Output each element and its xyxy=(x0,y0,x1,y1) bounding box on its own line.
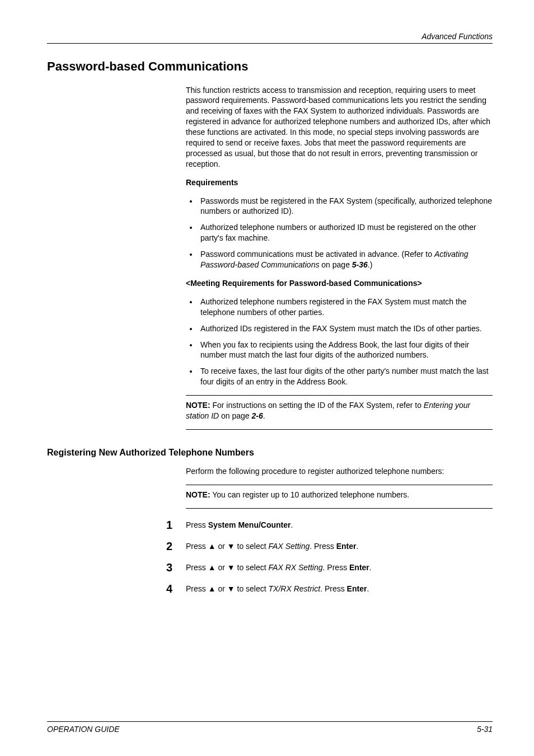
body-column: Perform the following procedure to regis… xyxy=(186,466,493,509)
list-item: When you fax to recipients using the Add… xyxy=(198,340,493,361)
intro-paragraph: This function restricts access to transm… xyxy=(186,85,493,170)
running-head: Advanced Functions xyxy=(47,31,493,42)
body-column: This function restricts access to transm… xyxy=(186,85,493,430)
list-item: To receive faxes, the last four digits o… xyxy=(198,366,493,387)
text-run: Password communications must be activate… xyxy=(200,250,434,259)
text-run: . xyxy=(356,542,358,551)
meeting-heading: <Meeting Requirements for Password-based… xyxy=(186,278,493,289)
step-text: Press ▲ or ▼ to select TX/RX Restrict. P… xyxy=(186,583,493,594)
list-item: Authorized telephone numbers registered … xyxy=(198,297,493,318)
step-number: 2 xyxy=(47,540,186,552)
text-run: . xyxy=(291,520,293,529)
note-label: NOTE: xyxy=(186,490,210,499)
italic-text: FAX Setting xyxy=(269,542,310,551)
text-run: For instructions on setting the ID of th… xyxy=(210,401,424,410)
note-rule-top xyxy=(186,485,493,485)
note-label: NOTE: xyxy=(186,401,210,410)
text-run: . xyxy=(369,563,372,572)
note-text: NOTE: For instructions on setting the ID… xyxy=(186,400,493,421)
italic-text: FAX RX Setting xyxy=(269,563,323,572)
page-number: 5-31 xyxy=(477,724,493,735)
page-ref: 5-36 xyxy=(352,260,368,269)
meeting-list: Authorized telephone numbers registered … xyxy=(186,297,493,387)
text-run: . Press xyxy=(320,584,346,593)
italic-text: TX/RX Restrict xyxy=(269,584,321,593)
text-run: Press ▲ or ▼ to select xyxy=(186,563,269,572)
footer-left: OPERATION GUIDE xyxy=(47,724,120,735)
bold-text: System Menu/Counter xyxy=(208,520,291,529)
step-number: 4 xyxy=(47,583,186,595)
section-title: Password-based Communications xyxy=(47,58,493,75)
page: Advanced Functions Password-based Commun… xyxy=(0,0,534,756)
step-number: 1 xyxy=(47,519,186,531)
list-item: Authorized telephone numbers or authoriz… xyxy=(198,222,493,243)
step-text: Press System Menu/Counter. xyxy=(186,519,493,530)
text-run: .) xyxy=(368,260,373,269)
text-run: You can register up to 10 authorized tel… xyxy=(210,490,410,499)
page-footer: OPERATION GUIDE 5-31 xyxy=(47,721,493,735)
list-item: Authorized IDs registered in the FAX Sys… xyxy=(198,323,493,334)
list-item: Password communications must be activate… xyxy=(198,249,493,270)
bold-text: Enter xyxy=(336,542,357,551)
note-text: NOTE: You can register up to 10 authoriz… xyxy=(186,490,493,500)
step-text: Press ▲ or ▼ to select FAX Setting. Pres… xyxy=(186,540,493,552)
text-run: on page xyxy=(319,260,352,269)
list-item: Passwords must be registered in the FAX … xyxy=(198,196,493,217)
note-rule-top xyxy=(186,395,493,396)
step-row: 4 Press ▲ or ▼ to select TX/RX Restrict.… xyxy=(47,583,493,595)
footer-rule xyxy=(47,721,493,722)
note-block: NOTE: You can register up to 10 authoriz… xyxy=(186,485,493,509)
text-run: . Press xyxy=(310,542,336,551)
step-number: 3 xyxy=(47,561,186,574)
requirements-heading: Requirements xyxy=(186,177,493,188)
step-row: 3 Press ▲ or ▼ to select FAX RX Setting.… xyxy=(47,561,493,574)
note-rule-bottom xyxy=(186,429,493,430)
text-run: on page xyxy=(219,411,251,420)
step-row: 2 Press ▲ or ▼ to select FAX Setting. Pr… xyxy=(47,540,493,552)
bold-text: Enter xyxy=(349,563,369,572)
requirements-list: Passwords must be registered in the FAX … xyxy=(186,196,493,270)
text-run: Press ▲ or ▼ to select xyxy=(186,584,269,593)
text-run: Press xyxy=(186,520,208,529)
page-ref: 2-6 xyxy=(252,411,263,420)
text-run: . xyxy=(263,411,265,420)
subsection-intro: Perform the following procedure to regis… xyxy=(186,466,493,477)
bold-text: Enter xyxy=(347,584,367,593)
note-block: NOTE: For instructions on setting the ID… xyxy=(186,395,493,430)
step-row: 1 Press System Menu/Counter. xyxy=(47,519,493,531)
step-text: Press ▲ or ▼ to select FAX RX Setting. P… xyxy=(186,561,493,573)
footer-row: OPERATION GUIDE 5-31 xyxy=(47,724,493,735)
text-run: . Press xyxy=(323,563,349,572)
subsection-title: Registering New Authorized Telephone Num… xyxy=(47,447,493,459)
text-run: . xyxy=(367,584,369,593)
header-rule xyxy=(47,43,493,44)
text-run: Press ▲ or ▼ to select xyxy=(186,542,269,551)
